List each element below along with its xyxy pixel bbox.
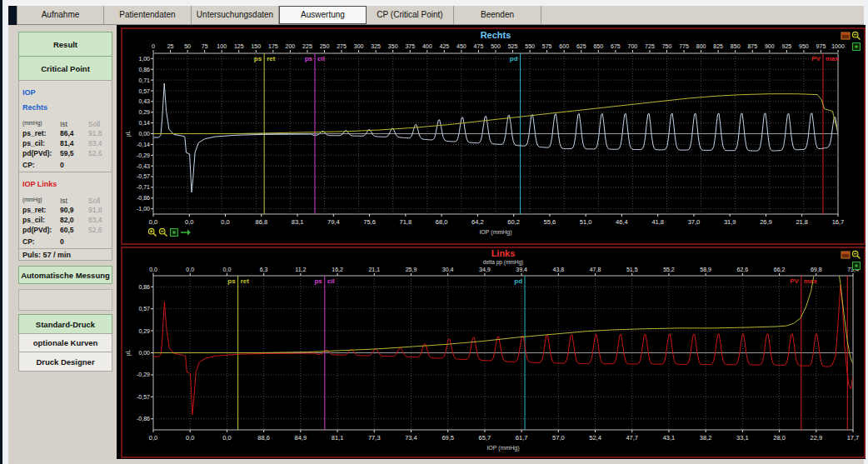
row-label: CP: (22, 160, 60, 170)
row-ist-value: 81,4 (60, 138, 88, 148)
iop-rechts-row-ps-ret: ps_ret: 86,4 91,8 (22, 128, 109, 138)
top-axis-tick-label: 800 (696, 43, 706, 49)
zoom-reset-icon[interactable] (851, 42, 861, 52)
iop-rechts-row-pd: pd(PVd): 59,5 52,6 (22, 148, 109, 158)
top-axis-tick-label: 16,2 (332, 267, 343, 272)
bottom-axis-tick-label: 0,0 (186, 434, 194, 442)
window-frame-top (8, 0, 864, 6)
iop-links-row-pd: pd(PVd): 60,5 52,6 (22, 225, 109, 235)
marker-label: pd (510, 55, 518, 62)
tab-bar: Aufnahme Patientendaten Untersuchungsdat… (17, 6, 864, 25)
row-ist-value: 0 (60, 237, 88, 247)
row-label: pd(PVd): (22, 225, 60, 235)
zoom-out-icon[interactable] (851, 250, 861, 260)
rechts-chart-panel: Rechts0255075100125150175200225250275300… (121, 27, 866, 245)
bottom-axis-tick-label: 81,1 (332, 434, 344, 442)
window-icon[interactable] (841, 31, 851, 41)
top-axis-tick-label: 725 (645, 43, 655, 49)
y-axis-tick-label: -0,14 (137, 142, 150, 147)
tab-cp-critical-point[interactable]: CP (Critical Point) (367, 6, 454, 24)
zoom-reset-icon[interactable] (851, 261, 861, 271)
top-axis-tick-label: 34,9 (479, 267, 491, 272)
row-ist-value: 86,4 (60, 128, 88, 138)
tab-untersuchungsdaten[interactable]: Untersuchungsdaten (192, 6, 279, 24)
standard-druck-button[interactable]: Standard-Druck (18, 314, 112, 334)
bottom-axis-tick-label: 28,0 (773, 434, 786, 442)
iop-rechts-row-ps-cil: ps_cil: 81,4 83,4 (22, 138, 109, 148)
optionale-kurven-button[interactable]: optionale Kurven (18, 333, 112, 352)
y-axis-tick-label: -0,86 (137, 195, 150, 201)
y-axis-tick-label: -0,71 (137, 184, 150, 190)
top-axis-tick-label: 21,1 (368, 267, 380, 272)
links-chart: Linksdelta pp (mmHg)0,00,00,06,311,216,2… (122, 248, 864, 457)
iop-links-row-ps-ret: ps_ret: 90,9 91,8 (22, 205, 109, 215)
top-axis-tick-label: 475 (474, 43, 484, 49)
result-button[interactable]: Result (18, 32, 112, 57)
top-axis-tick-label: 925 (782, 43, 792, 49)
marker-label: cil (327, 277, 335, 285)
empty-panel (18, 289, 112, 311)
pan-right-icon[interactable] (180, 227, 190, 237)
bottom-axis-tick-label: 33,1 (736, 434, 749, 442)
row-label: pd(PVd): (22, 148, 60, 158)
y-axis-unit-label: µL (125, 349, 132, 356)
y-axis-unit-label: µL (125, 130, 132, 137)
top-axis-tick-label: 975 (816, 43, 826, 49)
iop-rechts-panel: IOP Rechts (mmHg) Ist Soll ps_ret: 86,4 … (18, 80, 112, 172)
bottom-axis-tick-label: 0,0 (222, 434, 231, 442)
top-axis-tick-label: 250 (320, 43, 330, 49)
bottom-axis-tick-label: 21,8 (796, 218, 808, 226)
links-chart-panel: Linksdelta pp (mmHg)0,00,00,06,311,216,2… (121, 247, 866, 458)
row-ist-value: 60,5 (60, 225, 88, 235)
y-axis-tick-label: -0,29 (137, 372, 150, 377)
zoom-in-icon[interactable] (147, 227, 157, 237)
bottom-axis-tick-label: 84,9 (295, 434, 307, 442)
bottom-axis-tick-label: 79,4 (327, 218, 340, 226)
critical-point-button[interactable]: Critical Point (18, 56, 112, 81)
bottom-axis-tick-label: 43,1 (663, 434, 676, 442)
tab-aufnahme[interactable]: Aufnahme (17, 6, 104, 24)
tab-auswertung[interactable]: Auswertung (279, 6, 367, 24)
bottom-axis-tick-label: 17,7 (847, 434, 860, 442)
top-axis-tick-label: 900 (765, 43, 775, 49)
iop-links-row-cp: CP: 0 (22, 237, 109, 247)
top-axis-tick-label: 875 (747, 43, 757, 49)
bottom-axis-tick-label: 71,8 (400, 218, 412, 226)
top-axis-tick-label: 25 (167, 43, 174, 49)
iop-links-title: IOP Links (22, 180, 57, 188)
bottom-axis-tick-label: 83,1 (292, 218, 304, 226)
marker-label: max (826, 55, 840, 62)
links-chart-subtitle: delta pp (mmHg) (483, 259, 523, 266)
y-axis-tick-label: 0,29 (138, 328, 150, 334)
top-axis-tick-label: 300 (354, 43, 364, 49)
top-axis-tick-label: 675 (611, 43, 621, 49)
top-axis-tick-label: 39,4 (516, 267, 527, 272)
tab-patientendaten[interactable]: Patientendaten (104, 6, 192, 24)
top-axis-tick-label: 0,0 (149, 267, 157, 272)
col-header-ist: Ist (60, 120, 88, 128)
row-ist-value: 0 (60, 160, 88, 170)
x-axis-title: IOP (mmHg) (486, 445, 519, 452)
zoom-reset-icon[interactable] (169, 227, 179, 237)
bottom-axis-tick-label: 46,4 (616, 218, 628, 226)
bottom-axis-tick-label: 26,9 (760, 218, 772, 226)
y-axis-tick-label: 0,86 (138, 284, 150, 290)
bottom-axis-tick-label: 60,2 (507, 218, 520, 226)
top-axis-tick-label: 0,0 (223, 267, 232, 272)
tab-beenden[interactable]: Beenden (454, 6, 541, 24)
top-axis-tick-label: 700 (628, 43, 638, 49)
window-icon[interactable] (841, 250, 851, 260)
top-axis-tick-label: 175 (268, 43, 278, 49)
row-label: ps_cil: (22, 215, 60, 225)
application-window: Aufnahme Patientendaten Untersuchungsdat… (0, 0, 868, 464)
bottom-axis-tick-label: 68,0 (436, 218, 448, 226)
zoom-out-icon[interactable] (851, 31, 861, 41)
zoom-out-icon[interactable] (158, 227, 168, 237)
row-ist-value: 59,5 (60, 148, 88, 158)
top-axis-tick-label: 550 (525, 43, 535, 49)
top-axis-tick-label: 100 (217, 43, 227, 49)
iop-rechts-unit: (mmHg) (22, 120, 42, 126)
y-axis-tick-label: -0,57 (137, 173, 150, 179)
druck-designer-button[interactable]: Druck Designer (18, 352, 112, 372)
automatische-messung-button[interactable]: Automatische Messung (18, 266, 112, 284)
